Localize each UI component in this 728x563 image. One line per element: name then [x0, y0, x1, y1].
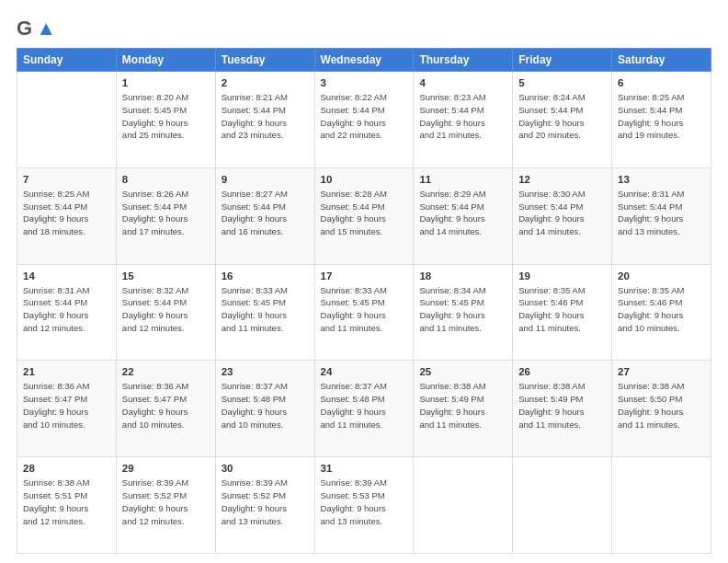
day-number: 30 — [222, 461, 309, 476]
day-number: 15 — [122, 269, 210, 283]
day-number: 18 — [419, 269, 506, 283]
day-number: 3 — [321, 75, 408, 90]
calendar-cell: 21Sunrise: 8:36 AM Sunset: 5:47 PM Dayli… — [17, 361, 117, 457]
weekday-header-friday: Friday — [513, 49, 612, 72]
calendar-cell: 16Sunrise: 8:33 AM Sunset: 5:45 PM Dayli… — [215, 264, 314, 361]
header: G ▲ — [17, 17, 711, 40]
day-number: 2 — [222, 75, 309, 90]
day-number: 24 — [321, 364, 408, 379]
day-info: Sunrise: 8:38 AM Sunset: 5:50 PM Dayligh… — [618, 380, 705, 431]
day-info: Sunrise: 8:35 AM Sunset: 5:46 PM Dayligh… — [618, 284, 705, 335]
weekday-header-sunday: Sunday — [17, 49, 117, 72]
day-number: 4 — [419, 75, 506, 90]
day-info: Sunrise: 8:36 AM Sunset: 5:47 PM Dayligh… — [122, 380, 210, 431]
day-number: 17 — [321, 269, 408, 283]
logo-bird-icon: ▲ — [36, 17, 56, 40]
week-row-4: 21Sunrise: 8:36 AM Sunset: 5:47 PM Dayli… — [17, 361, 711, 457]
day-number: 19 — [518, 269, 606, 283]
day-info: Sunrise: 8:33 AM Sunset: 5:45 PM Dayligh… — [321, 284, 408, 335]
day-info: Sunrise: 8:20 AM Sunset: 5:45 PM Dayligh… — [122, 91, 210, 142]
weekday-header-thursday: Thursday — [414, 49, 513, 72]
day-number: 6 — [618, 75, 705, 90]
calendar-cell: 24Sunrise: 8:37 AM Sunset: 5:48 PM Dayli… — [314, 361, 414, 457]
day-info: Sunrise: 8:35 AM Sunset: 5:46 PM Dayligh… — [518, 284, 606, 335]
day-number: 10 — [321, 172, 408, 187]
weekday-header-monday: Monday — [116, 49, 215, 72]
day-info: Sunrise: 8:38 AM Sunset: 5:51 PM Dayligh… — [23, 477, 110, 527]
day-number: 27 — [618, 364, 705, 379]
day-number: 9 — [222, 172, 309, 187]
calendar-cell: 10Sunrise: 8:28 AM Sunset: 5:44 PM Dayli… — [314, 167, 414, 264]
day-info: Sunrise: 8:26 AM Sunset: 5:44 PM Dayligh… — [122, 188, 210, 238]
calendar-cell: 6Sunrise: 8:25 AM Sunset: 5:44 PM Daylig… — [612, 72, 711, 168]
day-info: Sunrise: 8:34 AM Sunset: 5:45 PM Dayligh… — [419, 284, 506, 335]
week-row-2: 7Sunrise: 8:25 AM Sunset: 5:44 PM Daylig… — [17, 167, 711, 264]
calendar-cell: 15Sunrise: 8:32 AM Sunset: 5:44 PM Dayli… — [116, 264, 215, 361]
calendar-cell: 4Sunrise: 8:23 AM Sunset: 5:44 PM Daylig… — [414, 72, 513, 168]
calendar-cell — [612, 457, 711, 554]
day-number: 1 — [122, 75, 210, 90]
calendar-cell: 3Sunrise: 8:22 AM Sunset: 5:44 PM Daylig… — [314, 72, 414, 168]
calendar-cell: 20Sunrise: 8:35 AM Sunset: 5:46 PM Dayli… — [612, 264, 711, 361]
weekday-header-saturday: Saturday — [612, 49, 711, 72]
day-info: Sunrise: 8:33 AM Sunset: 5:45 PM Dayligh… — [222, 284, 309, 335]
day-number: 5 — [518, 75, 606, 90]
calendar-page: G ▲ SundayMondayTuesdayWednesdayThursday… — [0, 0, 728, 563]
day-info: Sunrise: 8:37 AM Sunset: 5:48 PM Dayligh… — [321, 380, 408, 431]
calendar-cell — [17, 72, 117, 168]
day-number: 31 — [321, 461, 408, 476]
day-info: Sunrise: 8:27 AM Sunset: 5:44 PM Dayligh… — [222, 188, 309, 238]
day-info: Sunrise: 8:37 AM Sunset: 5:48 PM Dayligh… — [222, 380, 309, 431]
calendar-cell — [414, 457, 513, 554]
calendar-cell: 31Sunrise: 8:39 AM Sunset: 5:53 PM Dayli… — [314, 457, 414, 554]
day-number: 7 — [23, 172, 110, 187]
day-number: 25 — [419, 364, 506, 379]
weekday-header-tuesday: Tuesday — [215, 49, 314, 72]
calendar-cell: 8Sunrise: 8:26 AM Sunset: 5:44 PM Daylig… — [116, 167, 215, 264]
weekday-header-row: SundayMondayTuesdayWednesdayThursdayFrid… — [17, 49, 711, 72]
day-info: Sunrise: 8:21 AM Sunset: 5:44 PM Dayligh… — [222, 91, 309, 142]
week-row-5: 28Sunrise: 8:38 AM Sunset: 5:51 PM Dayli… — [17, 457, 711, 554]
calendar-cell: 29Sunrise: 8:39 AM Sunset: 5:52 PM Dayli… — [116, 457, 215, 554]
day-number: 26 — [518, 364, 606, 379]
weekday-header-wednesday: Wednesday — [314, 49, 414, 72]
calendar-cell: 28Sunrise: 8:38 AM Sunset: 5:51 PM Dayli… — [17, 457, 117, 554]
day-number: 22 — [122, 364, 210, 379]
logo: G ▲ — [17, 17, 56, 40]
day-number: 14 — [23, 269, 110, 283]
logo-g-letter: G — [17, 17, 32, 40]
day-info: Sunrise: 8:24 AM Sunset: 5:44 PM Dayligh… — [518, 91, 606, 142]
calendar-table: SundayMondayTuesdayWednesdayThursdayFrid… — [17, 48, 711, 554]
day-info: Sunrise: 8:31 AM Sunset: 5:44 PM Dayligh… — [618, 188, 705, 238]
day-number: 23 — [222, 364, 309, 379]
day-info: Sunrise: 8:30 AM Sunset: 5:44 PM Dayligh… — [518, 188, 606, 238]
day-info: Sunrise: 8:39 AM Sunset: 5:52 PM Dayligh… — [222, 477, 309, 527]
calendar-cell: 22Sunrise: 8:36 AM Sunset: 5:47 PM Dayli… — [116, 361, 215, 457]
calendar-cell: 19Sunrise: 8:35 AM Sunset: 5:46 PM Dayli… — [513, 264, 612, 361]
calendar-cell: 13Sunrise: 8:31 AM Sunset: 5:44 PM Dayli… — [612, 167, 711, 264]
calendar-cell: 30Sunrise: 8:39 AM Sunset: 5:52 PM Dayli… — [215, 457, 314, 554]
calendar-cell: 1Sunrise: 8:20 AM Sunset: 5:45 PM Daylig… — [116, 72, 215, 168]
calendar-cell: 7Sunrise: 8:25 AM Sunset: 5:44 PM Daylig… — [17, 167, 117, 264]
calendar-cell: 27Sunrise: 8:38 AM Sunset: 5:50 PM Dayli… — [612, 361, 711, 457]
day-info: Sunrise: 8:22 AM Sunset: 5:44 PM Dayligh… — [321, 91, 408, 142]
calendar-cell — [513, 457, 612, 554]
day-number: 20 — [618, 269, 705, 283]
day-info: Sunrise: 8:25 AM Sunset: 5:44 PM Dayligh… — [618, 91, 705, 142]
day-info: Sunrise: 8:23 AM Sunset: 5:44 PM Dayligh… — [419, 91, 506, 142]
calendar-cell: 2Sunrise: 8:21 AM Sunset: 5:44 PM Daylig… — [215, 72, 314, 168]
week-row-1: 1Sunrise: 8:20 AM Sunset: 5:45 PM Daylig… — [17, 72, 711, 168]
calendar-cell: 9Sunrise: 8:27 AM Sunset: 5:44 PM Daylig… — [215, 167, 314, 264]
day-number: 12 — [518, 172, 606, 187]
day-number: 8 — [122, 172, 210, 187]
day-number: 28 — [23, 461, 110, 476]
day-info: Sunrise: 8:39 AM Sunset: 5:53 PM Dayligh… — [321, 477, 408, 527]
day-info: Sunrise: 8:32 AM Sunset: 5:44 PM Dayligh… — [122, 284, 210, 335]
day-number: 13 — [618, 172, 705, 187]
calendar-cell: 12Sunrise: 8:30 AM Sunset: 5:44 PM Dayli… — [513, 167, 612, 264]
calendar-cell: 17Sunrise: 8:33 AM Sunset: 5:45 PM Dayli… — [314, 264, 414, 361]
calendar-cell: 26Sunrise: 8:38 AM Sunset: 5:49 PM Dayli… — [513, 361, 612, 457]
day-info: Sunrise: 8:29 AM Sunset: 5:44 PM Dayligh… — [419, 188, 506, 238]
day-info: Sunrise: 8:25 AM Sunset: 5:44 PM Dayligh… — [23, 188, 110, 238]
day-info: Sunrise: 8:36 AM Sunset: 5:47 PM Dayligh… — [23, 380, 110, 431]
